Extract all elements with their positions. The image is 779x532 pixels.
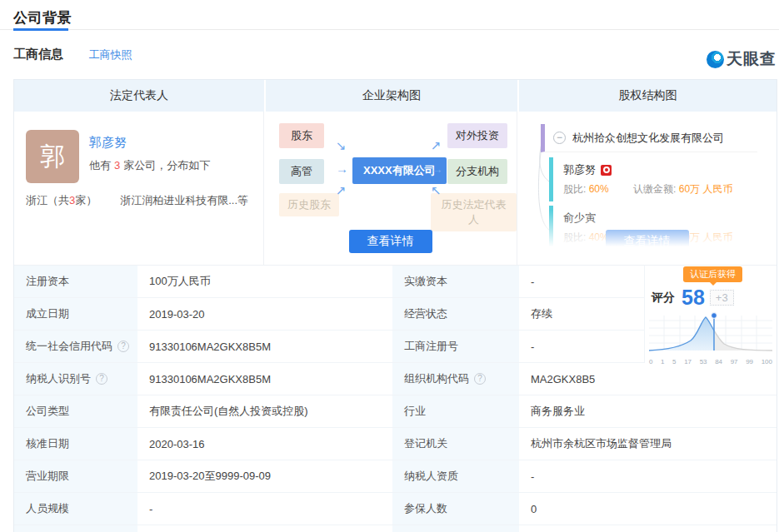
row-value: 杭州市余杭区市场监督管理局 bbox=[519, 428, 777, 460]
shareholder-name: 郭彦努 bbox=[563, 162, 596, 177]
company-score-panel: 认证后获得 评分 58 +3 bbox=[644, 266, 777, 363]
shareholder-badge-icon bbox=[601, 165, 612, 176]
score-value: 58 bbox=[682, 286, 705, 310]
table-row: 纳税人识别号? 91330106MA2GKX8B5M 组织机构代码? MA2GK… bbox=[14, 363, 777, 395]
node-history-shareholders: 历史股东 bbox=[279, 193, 339, 216]
node-branches: 分支机构 bbox=[447, 159, 507, 184]
row-label: 成立日期 bbox=[14, 298, 137, 331]
row-value: MA2GKX8B5 bbox=[519, 363, 777, 395]
row-value: 2019-03-20 bbox=[137, 298, 392, 331]
equity-chart-panel: − 杭州拾众创想文化发展有限公司 郭彦努 股比: 60% 认缴金额: 60万 人… bbox=[517, 112, 777, 266]
arrow-e-icon: → bbox=[431, 162, 443, 176]
row-value: 2020-03-16 bbox=[137, 428, 392, 460]
score-axis-ticks: 0151753849799100 bbox=[649, 358, 772, 365]
node-outbound-investment: 对外投资 bbox=[447, 123, 507, 148]
header-legal-rep: 法定代表人 bbox=[14, 80, 264, 112]
arrow-ne-icon: ↗ bbox=[336, 183, 347, 198]
header-equity-chart: 股权结构图 bbox=[517, 80, 777, 112]
ratio-label: 股比: bbox=[563, 231, 586, 243]
table-row: 公司类型 有限责任公司(自然人投资或控股) 行业 商务服务业 bbox=[14, 395, 777, 428]
equity-root-node[interactable]: − 杭州拾众创想文化发展有限公司 bbox=[541, 124, 757, 152]
row-value: 100万人民币 bbox=[137, 266, 392, 298]
score-label: 评分 bbox=[652, 291, 675, 306]
tab-business-info[interactable]: 工商信息 bbox=[13, 47, 63, 62]
amount-label: 认缴金额: bbox=[633, 183, 676, 195]
row-value: 有限责任公司(自然人投资或控股) bbox=[137, 395, 392, 428]
row-label: 纳税人资质 bbox=[392, 460, 519, 493]
row-label: 注册资本 bbox=[14, 266, 137, 298]
equity-view-details-button[interactable]: 查看详情 bbox=[606, 230, 689, 253]
region-suffix: 家） bbox=[75, 194, 97, 206]
region-company-example[interactable]: 浙江润柏进业科技有限...等 bbox=[120, 194, 248, 206]
legal-rep-panel: 郭 郭彦努 他有3家公司，分布如下 浙江（共3家）浙江润柏进业科技有限...等 bbox=[14, 112, 264, 266]
row-label bbox=[14, 525, 137, 532]
org-chart-view-details-button[interactable]: 查看详情 bbox=[349, 230, 432, 253]
certification-badge: 认证后获得 bbox=[683, 266, 742, 282]
table-row: 核准日期 2020-03-16 登记机关 杭州市余杭区市场监督管理局 bbox=[14, 428, 777, 460]
tab-business-snapshot[interactable]: 工商快照 bbox=[88, 47, 132, 62]
ratio-label: 股比: bbox=[563, 183, 586, 195]
row-value: 91330106MA2GKX8B5M bbox=[137, 363, 392, 395]
node-history-legal-rep: 历史法定代表人 bbox=[431, 193, 517, 231]
row-value bbox=[137, 525, 392, 532]
row-value: 91330106MA2GKX8B5M bbox=[137, 331, 392, 363]
legal-rep-description: 他有3家公司，分布如下 bbox=[89, 158, 210, 173]
table-header-row: 法定代表人 企业架构图 股权结构图 bbox=[14, 80, 777, 112]
row-label: 人员规模 bbox=[14, 493, 137, 525]
tianyancha-logo: 天眼查 bbox=[707, 48, 777, 70]
region-prefix: 浙江（共 bbox=[26, 194, 69, 206]
row-label: 登记机关 bbox=[392, 428, 519, 460]
details-section: 注册资本 100万人民币 实缴资本 - 成立日期 2019-03-20 经营状态… bbox=[14, 266, 777, 532]
arrow-se-icon: ↘ bbox=[336, 138, 347, 153]
header-org-chart: 企业架构图 bbox=[264, 80, 517, 112]
arrow-nw-icon: ↖ bbox=[431, 183, 442, 198]
row-label: 营业期限 bbox=[14, 460, 137, 493]
collapse-minus-icon[interactable]: − bbox=[553, 132, 566, 144]
help-icon[interactable]: ? bbox=[474, 373, 486, 385]
equity-shareholder-row[interactable]: 郭彦努 股比: 60% 认缴金额: 60万 人民币 bbox=[549, 157, 757, 201]
row-label: 统一社会信用代码? bbox=[14, 331, 137, 363]
legal-rep-region-row: 浙江（共3家）浙江润柏进业科技有限...等 bbox=[26, 193, 248, 208]
row-label: 实缴资本 bbox=[392, 266, 519, 298]
business-info-table: 法定代表人 企业架构图 股权结构图 郭 郭彦努 他有3家公司，分布如下 浙江（共… bbox=[13, 79, 777, 532]
equity-root-company: 杭州拾众创想文化发展有限公司 bbox=[572, 131, 724, 146]
row-label: 核准日期 bbox=[14, 428, 137, 460]
desc-prefix: 他有 bbox=[89, 159, 111, 172]
arrow-ne-icon: ↗ bbox=[431, 138, 442, 153]
legal-rep-avatar[interactable]: 郭 bbox=[26, 130, 79, 183]
active-section-underline bbox=[13, 28, 68, 31]
ratio-value: 60% bbox=[589, 183, 609, 195]
table-row: 人员规模 - 参保人数 0 bbox=[14, 493, 777, 525]
amount-value: 60万 人民币 bbox=[679, 183, 733, 195]
score-marker-pin-icon bbox=[712, 313, 717, 319]
table-row-partial bbox=[14, 525, 777, 532]
table-row: 营业期限 2019-03-20至9999-09-09 纳税人资质 - bbox=[14, 460, 777, 493]
row-label: 经营状态 bbox=[392, 298, 519, 331]
row-value: 商务服务业 bbox=[519, 395, 777, 428]
score-distribution-chart bbox=[649, 311, 772, 354]
node-shareholders: 股东 bbox=[279, 123, 324, 148]
row-label: 纳税人识别号? bbox=[14, 363, 137, 395]
shareholder-name: 俞少寅 bbox=[563, 211, 596, 226]
legal-rep-name-link[interactable]: 郭彦努 bbox=[89, 135, 127, 151]
row-value bbox=[519, 525, 777, 532]
org-chart-panel: 股东 高管 历史股东 XXXX有限公司 对外投资 分支机构 历史法定代表人 ↘ … bbox=[264, 112, 517, 266]
tianyancha-logo-text: 天眼查 bbox=[727, 48, 777, 70]
tianyancha-eye-icon bbox=[707, 51, 724, 68]
row-label: 公司类型 bbox=[14, 395, 137, 428]
desc-suffix: 家公司，分布如下 bbox=[123, 159, 210, 172]
help-icon[interactable]: ? bbox=[117, 341, 129, 352]
help-icon[interactable]: ? bbox=[96, 373, 107, 385]
arrow-e-icon: → bbox=[336, 162, 348, 176]
row-value: 2019-03-20至9999-09-09 bbox=[137, 460, 392, 493]
row-label: 行业 bbox=[392, 395, 519, 428]
page-title: 公司背景 bbox=[13, 8, 766, 27]
header-divider bbox=[0, 29, 779, 30]
score-bonus-badge: +3 bbox=[710, 290, 734, 306]
row-label: 参保人数 bbox=[392, 493, 519, 525]
row-label: 工商注册号 bbox=[392, 331, 519, 363]
row-label: 组织机构代码? bbox=[392, 363, 519, 395]
row-value: - bbox=[519, 460, 777, 493]
row-label bbox=[392, 525, 519, 532]
row-value: - bbox=[137, 493, 392, 525]
